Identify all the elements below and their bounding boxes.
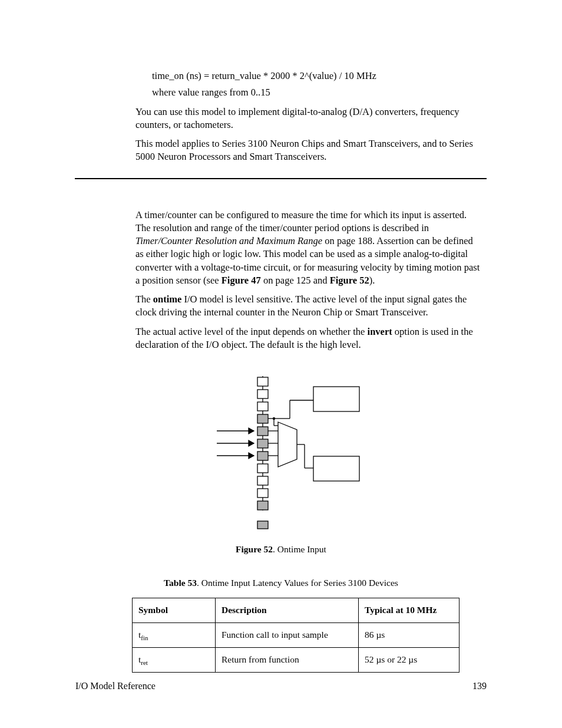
section-divider: [75, 178, 487, 179]
text: ).: [369, 275, 375, 286]
mid-para-3: The actual active level of the input dep…: [135, 325, 482, 352]
cell-symbol: tret: [133, 647, 216, 672]
term-ontime: ontime: [153, 294, 182, 305]
th-typical: Typical at 10 MHz: [359, 598, 459, 623]
svg-point-26: [273, 417, 275, 420]
svg-rect-10: [257, 489, 268, 498]
mid-para-1: A timer/counter can be configured to mea…: [135, 209, 482, 288]
top-para-2: This model applies to Series 3100 Neuron…: [135, 137, 482, 164]
text: I/O model is level sensitive. The active…: [135, 294, 467, 318]
svg-rect-6: [257, 439, 268, 448]
table-header-row: Symbol Description Typical at 10 MHz: [133, 598, 459, 623]
svg-rect-5: [257, 427, 268, 436]
svg-marker-18: [249, 453, 254, 459]
svg-rect-3: [257, 402, 268, 411]
text: The actual active level of the input dep…: [135, 326, 368, 337]
th-symbol: Symbol: [133, 598, 216, 623]
table-caption-text: . Ontime Input Latency Values for Series…: [197, 578, 398, 588]
figure-caption-text: . Ontime Input: [273, 544, 326, 554]
svg-marker-14: [249, 428, 254, 434]
mid-para-2: The ontime I/O model is level sensitive.…: [135, 293, 482, 319]
svg-rect-1: [257, 377, 268, 386]
page-number: 139: [472, 680, 487, 693]
figure-52-diagram: [196, 374, 366, 533]
svg-rect-4: [257, 414, 268, 423]
term-invert: invert: [368, 326, 392, 337]
svg-rect-29: [313, 387, 359, 411]
figure-label: Figure 52: [236, 544, 273, 554]
cell-typ: 52 µs or 22 µs: [359, 647, 459, 672]
figure-52-caption: Figure 52. Ontime Input: [75, 543, 487, 556]
svg-rect-2: [257, 390, 268, 398]
footer-title: I/O Model Reference: [75, 680, 156, 693]
ref-italic: Timer/Counter Resolution and Maximum Ran…: [135, 235, 322, 246]
sym-sub: fin: [141, 634, 148, 641]
latency-table: Symbol Description Typical at 10 MHz tfi…: [132, 598, 459, 673]
svg-rect-9: [257, 476, 268, 485]
top-para-1: You can use this model to implement digi…: [135, 106, 482, 132]
table-row: tfin Function call to input sample 86 µs: [133, 623, 459, 648]
formula-range: where value ranges from 0..15: [152, 86, 482, 99]
ref-figure-52: Figure 52: [330, 275, 369, 286]
page-footer: I/O Model Reference 139: [75, 680, 487, 693]
cell-desc: Return from function: [216, 647, 359, 672]
svg-marker-16: [249, 440, 254, 446]
svg-rect-7: [257, 452, 268, 460]
svg-rect-11: [257, 501, 268, 510]
svg-rect-8: [257, 464, 268, 473]
sym-sub: ret: [141, 659, 148, 666]
cell-typ: 86 µs: [359, 623, 459, 648]
table-row: tret Return from function 52 µs or 22 µs: [133, 647, 459, 672]
table-53-caption: Table 53. Ontime Input Latency Values fo…: [75, 577, 487, 589]
text: The: [135, 294, 153, 305]
text: A timer/counter can be configured to mea…: [135, 209, 467, 233]
ref-figure-47: Figure 47: [222, 275, 261, 286]
th-description: Description: [216, 598, 359, 623]
cell-desc: Function call to input sample: [216, 623, 359, 648]
svg-rect-33: [313, 456, 359, 481]
table-label: Table 53: [164, 578, 197, 588]
text: on page 125 and: [261, 275, 330, 286]
svg-rect-12: [257, 521, 268, 529]
cell-symbol: tfin: [133, 623, 216, 648]
formula-line: time_on (ns) = return_value * 2000 * 2^(…: [152, 70, 482, 83]
